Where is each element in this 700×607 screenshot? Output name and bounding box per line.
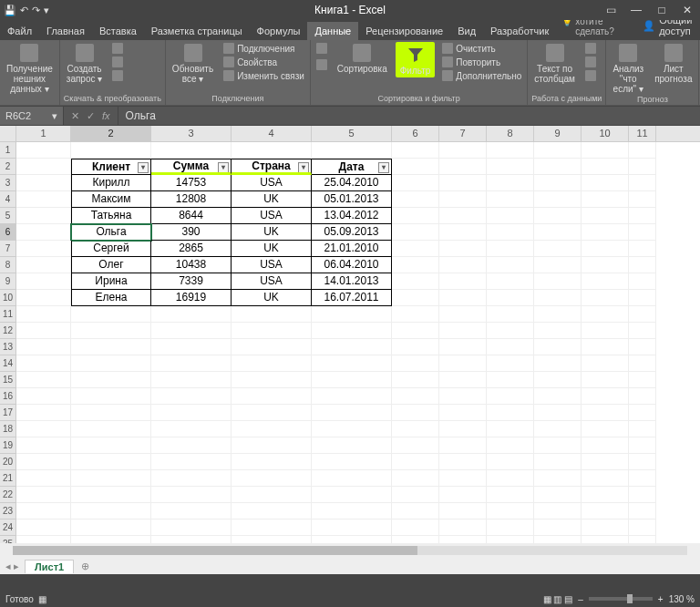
- tab-review[interactable]: Рецензирование: [358, 22, 450, 40]
- cell[interactable]: [582, 290, 629, 306]
- cell[interactable]: [629, 372, 656, 388]
- cell[interactable]: [16, 323, 71, 339]
- advanced-filter-button[interactable]: Дополнительно: [440, 69, 523, 82]
- cell[interactable]: [232, 454, 312, 470]
- cell[interactable]: [16, 191, 71, 208]
- cell[interactable]: [582, 191, 629, 208]
- cell[interactable]: [582, 323, 629, 339]
- macro-record-icon[interactable]: ▦: [38, 594, 46, 604]
- cell[interactable]: [151, 388, 232, 405]
- cell[interactable]: 8644: [151, 208, 232, 224]
- cell[interactable]: [487, 454, 534, 470]
- cell[interactable]: [392, 257, 439, 273]
- recent-sources-button[interactable]: [110, 69, 125, 82]
- cell[interactable]: [312, 355, 392, 372]
- cell[interactable]: [582, 339, 629, 355]
- cell[interactable]: [16, 273, 71, 290]
- cell[interactable]: [392, 470, 439, 487]
- sheet-tab[interactable]: Лист1: [25, 560, 74, 573]
- cell[interactable]: Кирилл: [71, 175, 151, 191]
- cell[interactable]: [534, 388, 582, 405]
- tab-view[interactable]: Вид: [450, 22, 483, 40]
- cell[interactable]: [16, 454, 71, 470]
- row-header[interactable]: 16: [0, 388, 16, 405]
- cell[interactable]: UK: [232, 224, 312, 241]
- cell[interactable]: [629, 273, 656, 290]
- cell[interactable]: [629, 306, 656, 323]
- cell[interactable]: [392, 323, 439, 339]
- cell[interactable]: [232, 437, 312, 454]
- cell[interactable]: [392, 273, 439, 290]
- cell[interactable]: [392, 208, 439, 224]
- cell[interactable]: 14753: [151, 175, 232, 191]
- save-icon[interactable]: 💾: [4, 5, 16, 16]
- cell[interactable]: [439, 339, 487, 355]
- cell[interactable]: [232, 372, 312, 388]
- col-header[interactable]: 4: [232, 126, 312, 141]
- cell[interactable]: [582, 224, 629, 241]
- cell[interactable]: [392, 454, 439, 470]
- cell[interactable]: [582, 372, 629, 388]
- maximize-button[interactable]: □: [649, 4, 674, 16]
- cell[interactable]: [392, 142, 439, 159]
- cell[interactable]: USA: [232, 208, 312, 224]
- cell[interactable]: [582, 437, 629, 454]
- cell[interactable]: [312, 323, 392, 339]
- cell[interactable]: [16, 142, 71, 159]
- cell[interactable]: [487, 159, 534, 175]
- row-header[interactable]: 10: [0, 290, 16, 306]
- cell[interactable]: [312, 405, 392, 421]
- cell[interactable]: USA: [232, 273, 312, 290]
- tab-data[interactable]: Данные: [307, 22, 358, 40]
- cell[interactable]: [534, 421, 582, 437]
- row-header[interactable]: 13: [0, 339, 16, 355]
- cell[interactable]: [582, 273, 629, 290]
- filter-dropdown-icon[interactable]: ▾: [218, 162, 229, 173]
- cell[interactable]: [312, 470, 392, 487]
- cell[interactable]: [16, 241, 71, 257]
- sheet-nav[interactable]: ◂ ▸: [0, 561, 25, 572]
- cell[interactable]: [16, 208, 71, 224]
- cell[interactable]: [629, 241, 656, 257]
- col-header[interactable]: 3: [151, 126, 232, 141]
- cell[interactable]: [16, 306, 71, 323]
- cell[interactable]: [582, 405, 629, 421]
- minimize-button[interactable]: —: [623, 4, 649, 16]
- cell[interactable]: [439, 208, 487, 224]
- cell[interactable]: [534, 306, 582, 323]
- cell[interactable]: Ирина: [71, 273, 151, 290]
- row-header[interactable]: 11: [0, 306, 16, 323]
- cell[interactable]: [629, 388, 656, 405]
- cell[interactable]: [582, 470, 629, 487]
- row-header[interactable]: 2: [0, 159, 16, 175]
- cell[interactable]: [534, 257, 582, 273]
- sort-asc-button[interactable]: [314, 42, 329, 55]
- cell[interactable]: [392, 355, 439, 372]
- row-header[interactable]: 21: [0, 470, 16, 487]
- cell[interactable]: [232, 388, 312, 405]
- cell[interactable]: Дата▾: [312, 159, 392, 175]
- cell-grid[interactable]: 12Клиент▾Сумма▾Страна▾Дата▾3Кирилл14753U…: [0, 142, 700, 574]
- cell[interactable]: [71, 355, 151, 372]
- cell[interactable]: [16, 159, 71, 175]
- cell[interactable]: [487, 372, 534, 388]
- cell[interactable]: [71, 142, 151, 159]
- close-button[interactable]: ✕: [674, 4, 700, 16]
- cell[interactable]: [151, 372, 232, 388]
- cell[interactable]: 16919: [151, 290, 232, 306]
- row-header[interactable]: 8: [0, 257, 16, 273]
- cell[interactable]: [534, 142, 582, 159]
- col-header[interactable]: 2: [71, 126, 151, 141]
- cell[interactable]: [71, 520, 151, 536]
- fx-icon[interactable]: fx: [102, 110, 110, 121]
- cell[interactable]: [16, 470, 71, 487]
- cell[interactable]: 05.09.2013: [312, 224, 392, 241]
- cell[interactable]: 21.01.2010: [312, 241, 392, 257]
- cell[interactable]: [232, 470, 312, 487]
- cell[interactable]: [151, 405, 232, 421]
- zoom-level[interactable]: 130 %: [669, 594, 695, 604]
- cell[interactable]: [534, 437, 582, 454]
- cell[interactable]: [439, 355, 487, 372]
- cell[interactable]: [629, 224, 656, 241]
- row-header[interactable]: 4: [0, 191, 16, 208]
